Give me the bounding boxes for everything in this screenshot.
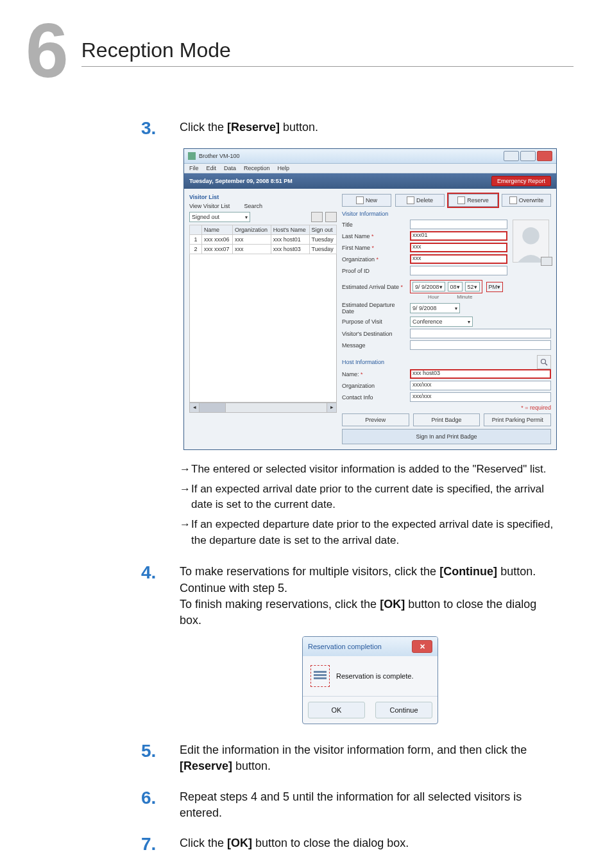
arrival-hour-field[interactable]: 08 ▾	[448, 282, 463, 291]
visitor-info-title: Visitor Information	[342, 211, 551, 217]
new-button[interactable]: New	[342, 194, 391, 207]
step-text: Click the	[180, 121, 227, 134]
purpose-dropdown[interactable]: Conference▾	[410, 317, 473, 327]
visitor-table: Name Organization Host's Name Sign out 1…	[189, 225, 337, 254]
search-label: Search	[237, 203, 262, 209]
message-field[interactable]	[410, 340, 551, 350]
scroll-left-icon[interactable]: ◂	[190, 403, 200, 412]
maximize-button[interactable]	[520, 151, 536, 161]
export-button[interactable]	[325, 212, 337, 222]
datetime-bar: Tuesday, September 09, 2008 8:51 PM Emer…	[184, 173, 556, 189]
cell-org: xxx	[232, 245, 271, 254]
destination-field[interactable]	[410, 329, 551, 338]
host-name-field[interactable]: xxx host03	[410, 369, 551, 379]
label-destination: Visitor's Destination	[342, 331, 406, 337]
host-contact-field[interactable]: xxx/xxx	[410, 392, 551, 402]
cell-name: xxx xxx06	[202, 235, 233, 245]
menu-help[interactable]: Help	[278, 165, 290, 171]
menu-edit[interactable]: Edit	[207, 165, 217, 171]
step-number: 4.	[141, 557, 180, 629]
chevron-down-icon: ▾	[455, 306, 457, 311]
proof-field[interactable]	[410, 266, 507, 275]
row-index: 2	[190, 245, 202, 254]
label-departure: Estimated Departure Date	[342, 302, 406, 315]
camera-icon[interactable]	[541, 257, 552, 266]
scroll-thumb[interactable]	[200, 403, 226, 412]
menu-reception[interactable]: Reception	[244, 165, 270, 171]
label-minute: Minute	[457, 294, 472, 300]
dialog-continue-button[interactable]: Continue	[375, 702, 432, 718]
svg-line-2	[545, 363, 547, 365]
step-text: Edit the information in the visitor info…	[180, 743, 527, 756]
label-hour: Hour	[428, 294, 439, 300]
scroll-right-icon[interactable]: ▸	[327, 403, 336, 412]
overwrite-icon	[509, 196, 517, 204]
reserve-button[interactable]: Reserve	[448, 194, 498, 207]
new-icon	[356, 196, 364, 204]
note-3: If an expected departure date prior to t…	[180, 517, 561, 548]
overwrite-button[interactable]: Overwrite	[502, 194, 551, 207]
step-7: 7. Click the [OK] button to close the di…	[141, 829, 561, 856]
button-ref-reserve: [Reserve]	[227, 121, 280, 134]
window-title: Brother VM-100	[199, 153, 504, 159]
col-name[interactable]: Name	[202, 225, 233, 235]
svg-point-0	[522, 227, 539, 244]
chevron-down-icon: ▾	[497, 284, 500, 290]
label-firstname: First Name *	[342, 245, 406, 251]
preview-button[interactable]: Preview	[342, 413, 409, 426]
host-org-field[interactable]: xxx/xxx	[410, 381, 551, 390]
dialog-ok-button[interactable]: OK	[308, 702, 365, 718]
close-button[interactable]	[537, 151, 552, 161]
step-text: Click the	[180, 837, 227, 849]
firstname-field[interactable]: xxx	[410, 243, 507, 252]
button-ref-ok: [OK]	[227, 837, 252, 849]
horizontal-scrollbar[interactable]: ◂ ▸	[189, 403, 337, 413]
visitor-filter-dropdown[interactable]: Signed out ▾	[189, 212, 250, 222]
delete-icon	[407, 196, 414, 204]
step-5: 5. Edit the information in the visitor i…	[141, 736, 561, 774]
host-lookup-button[interactable]	[537, 355, 551, 369]
chevron-down-icon: ▾	[474, 284, 477, 290]
dialog-close-button[interactable]: ✕	[412, 640, 432, 653]
svg-point-1	[541, 360, 546, 364]
menu-file[interactable]: File	[189, 165, 199, 171]
left-pane: Visitor List View Visitor List Search Si…	[189, 194, 337, 444]
step-text: button to close the dialog box.	[252, 837, 409, 849]
datetime-text: Tuesday, September 09, 2008 8:51 PM	[189, 178, 491, 184]
departure-date-field[interactable]: 9/ 9/2008▾	[410, 303, 460, 313]
table-row[interactable]: 1 xxx xxx06 xxx xxx host01 Tuesday	[190, 235, 337, 245]
col-blank	[190, 225, 202, 235]
label-host-name: Name: *	[342, 371, 406, 378]
menu-data[interactable]: Data	[224, 165, 236, 171]
col-organization[interactable]: Organization	[232, 225, 271, 235]
arrival-date-field[interactable]: 9/ 9/2008 ▾	[412, 282, 445, 291]
titlebar: Brother VM-100	[184, 149, 556, 164]
arrival-minute-field[interactable]: 52 ▾	[465, 282, 480, 291]
label-proof: Proof of ID	[342, 268, 406, 274]
step-body: To make reservations for multiple visito…	[180, 557, 561, 629]
step-number: 6.	[141, 783, 180, 821]
cell-signout: Tuesday	[309, 245, 336, 254]
col-signout[interactable]: Sign out	[309, 225, 336, 235]
col-host[interactable]: Host's Name	[271, 225, 309, 235]
minimize-button[interactable]	[504, 151, 519, 161]
print-parking-button[interactable]: Print Parking Permit	[484, 413, 551, 426]
window-controls	[504, 151, 552, 161]
title-field[interactable]	[410, 220, 507, 229]
table-row[interactable]: 2 xxx xxx07 xxx xxx host03 Tuesday	[190, 245, 337, 254]
dialog-title: Reservation completion	[308, 643, 412, 650]
lastname-field[interactable]: xxx01	[410, 231, 507, 241]
step-body: Edit the information in the visitor info…	[180, 736, 561, 774]
organization-field[interactable]: xxx	[410, 254, 507, 264]
chevron-down-icon: ▾	[439, 284, 443, 290]
ampm-field[interactable]: PM ▾	[486, 282, 504, 292]
label-host-org: Organization	[342, 383, 406, 389]
step-text: To finish making reservations, click the	[180, 598, 380, 611]
dropdown-value: Signed out	[192, 214, 219, 220]
sign-in-print-button[interactable]: Sign In and Print Badge	[342, 429, 551, 444]
import-button[interactable]	[311, 212, 323, 222]
print-badge-button[interactable]: Print Badge	[413, 413, 480, 426]
emergency-report-button[interactable]: Emergency Report	[491, 176, 551, 186]
label-message: Message	[342, 342, 406, 349]
delete-button[interactable]: Delete	[395, 194, 445, 207]
